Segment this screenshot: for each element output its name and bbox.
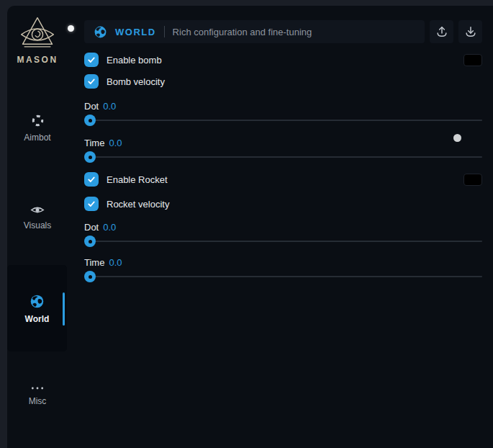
slider-value: 0.0 bbox=[109, 138, 122, 148]
slider-label: Dot 0.0 bbox=[84, 222, 482, 233]
app-window: MASON Aimbot Visuals bbox=[7, 6, 493, 448]
slider-name: Dot bbox=[84, 101, 99, 112]
rocket-dot-slider[interactable] bbox=[84, 236, 482, 247]
slider-handle[interactable] bbox=[84, 271, 96, 282]
eye-icon bbox=[7, 205, 68, 215]
slider-track[interactable] bbox=[86, 156, 482, 158]
enable-rocket-checkbox[interactable] bbox=[84, 172, 99, 187]
upload-config-button[interactable] bbox=[430, 20, 453, 43]
rocket-velocity-row: Rocket velocity bbox=[84, 197, 482, 211]
slider-label: Time 0.0 bbox=[84, 257, 482, 268]
rocket-color-swatch[interactable] bbox=[463, 174, 482, 186]
rocket-velocity-checkbox[interactable] bbox=[84, 197, 99, 211]
checkbox-label: Bomb velocity bbox=[107, 76, 165, 87]
sidebar-item-label: Visuals bbox=[7, 220, 68, 230]
current-tab-title: WORLD bbox=[115, 27, 156, 37]
rocket-time-slider[interactable] bbox=[84, 271, 482, 282]
bomb-dot-slider-group: Dot 0.0 bbox=[84, 101, 482, 126]
download-config-button[interactable] bbox=[458, 20, 482, 43]
header-subtitle: Rich configuration and fine-tuning bbox=[173, 27, 312, 37]
cursor-dot bbox=[453, 134, 461, 142]
active-tab-indicator bbox=[63, 292, 65, 326]
enable-rocket-row: Enable Rocket bbox=[84, 172, 482, 187]
enable-bomb-row: Enable bomb bbox=[84, 53, 482, 67]
bomb-velocity-row: Bomb velocity bbox=[84, 74, 482, 89]
slider-value: 0.0 bbox=[109, 257, 122, 268]
bomb-velocity-checkbox[interactable] bbox=[84, 74, 99, 89]
slider-value: 0.0 bbox=[103, 101, 116, 112]
page-header: WORLD Rich configuration and fine-tuning bbox=[84, 20, 482, 43]
header-bar: WORLD Rich configuration and fine-tuning bbox=[84, 20, 425, 43]
sidebar-item-label: World bbox=[7, 314, 67, 324]
slider-name: Time bbox=[84, 138, 104, 148]
header-divider bbox=[164, 26, 165, 37]
slider-track[interactable] bbox=[86, 276, 482, 277]
slider-handle[interactable] bbox=[84, 115, 96, 126]
crosshair-icon bbox=[7, 114, 68, 127]
sidebar-item-visuals[interactable]: Visuals bbox=[7, 205, 68, 230]
slider-label: Time 0.0 bbox=[84, 138, 482, 148]
slider-handle[interactable] bbox=[84, 236, 96, 247]
bomb-color-swatch[interactable] bbox=[463, 54, 482, 66]
checkbox-label: Rocket velocity bbox=[107, 199, 169, 210]
ellipsis-icon bbox=[7, 385, 68, 391]
slider-name: Time bbox=[84, 257, 104, 268]
mason-eye-logo-icon bbox=[7, 16, 68, 52]
sidebar-item-world[interactable]: World bbox=[7, 265, 67, 351]
rocket-dot-slider-group: Dot 0.0 bbox=[84, 222, 482, 247]
sidebar: MASON Aimbot Visuals bbox=[7, 6, 73, 448]
app-title: MASON bbox=[7, 55, 68, 65]
rocket-time-slider-group: Time 0.0 bbox=[84, 257, 482, 282]
checkbox-label: Enable bomb bbox=[107, 55, 162, 66]
slider-track[interactable] bbox=[86, 120, 482, 121]
slider-value: 0.0 bbox=[103, 222, 116, 233]
slider-label: Dot 0.0 bbox=[84, 101, 482, 112]
bomb-dot-slider[interactable] bbox=[84, 115, 482, 126]
slider-name: Dot bbox=[84, 222, 99, 233]
sidebar-item-misc[interactable]: Misc bbox=[7, 385, 68, 406]
bomb-time-slider[interactable] bbox=[84, 151, 482, 163]
sidebar-item-aimbot[interactable]: Aimbot bbox=[7, 114, 68, 143]
checkbox-label: Enable Rocket bbox=[107, 174, 168, 185]
globe-icon bbox=[7, 294, 67, 309]
app-logo: MASON bbox=[7, 16, 68, 65]
enable-bomb-checkbox[interactable] bbox=[84, 53, 99, 67]
main-content: WORLD Rich configuration and fine-tuning bbox=[73, 6, 493, 448]
globe-icon bbox=[94, 25, 107, 39]
bomb-time-slider-group: Time 0.0 bbox=[84, 138, 482, 163]
indicator-dot bbox=[68, 25, 74, 32]
slider-track[interactable] bbox=[86, 241, 482, 242]
slider-handle[interactable] bbox=[84, 151, 96, 163]
sidebar-item-label: Aimbot bbox=[7, 133, 68, 143]
sidebar-item-label: Misc bbox=[7, 396, 68, 406]
